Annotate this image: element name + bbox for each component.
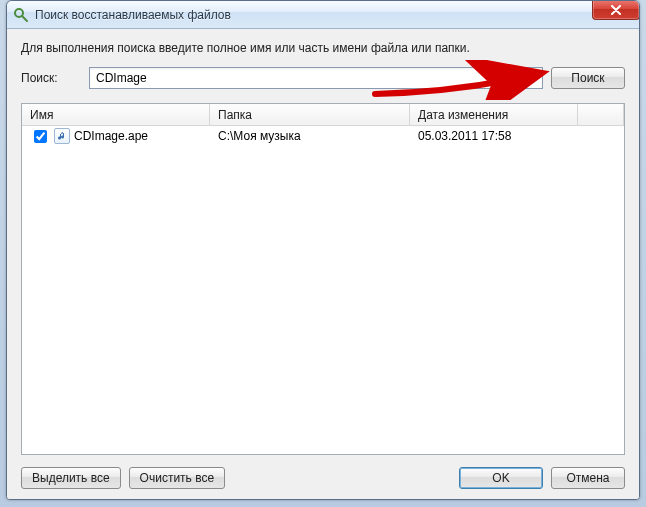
audio-file-icon: [54, 128, 70, 144]
search-input[interactable]: [89, 67, 543, 89]
dialog-client-area: Для выполнения поиска введите полное имя…: [7, 29, 639, 499]
row-checkbox[interactable]: [34, 130, 47, 143]
app-icon: [13, 7, 29, 23]
column-header-date[interactable]: Дата изменения: [410, 104, 578, 125]
column-header-spacer: [578, 104, 624, 125]
select-all-button[interactable]: Выделить все: [21, 467, 121, 489]
close-button[interactable]: [592, 0, 640, 20]
table-row[interactable]: CDImage.ape C:\Моя музыка 05.03.2011 17:…: [22, 126, 624, 146]
search-button[interactable]: Поиск: [551, 67, 625, 89]
column-header-folder[interactable]: Папка: [210, 104, 410, 125]
results-list: Имя Папка Дата изменения CDImage.ape: [21, 103, 625, 455]
window-title: Поиск восстанавливаемых файлов: [35, 8, 231, 22]
dialog-window: Поиск восстанавливаемых файлов Для выпол…: [6, 0, 640, 500]
cell-date: 05.03.2011 17:58: [410, 129, 578, 143]
search-label: Поиск:: [21, 71, 81, 85]
instruction-text: Для выполнения поиска введите полное имя…: [21, 41, 625, 55]
search-row: Поиск: Поиск: [21, 67, 625, 89]
cell-name: CDImage.ape: [22, 127, 210, 146]
ok-button[interactable]: OK: [459, 467, 543, 489]
column-header-name[interactable]: Имя: [22, 104, 210, 125]
dialog-footer: Выделить все Очистить все OK Отмена: [21, 467, 625, 489]
svg-line-1: [22, 16, 27, 21]
clear-all-button[interactable]: Очистить все: [129, 467, 225, 489]
cancel-button[interactable]: Отмена: [551, 467, 625, 489]
file-name: CDImage.ape: [74, 129, 148, 143]
list-body[interactable]: CDImage.ape C:\Моя музыка 05.03.2011 17:…: [22, 126, 624, 454]
list-header: Имя Папка Дата изменения: [22, 104, 624, 126]
titlebar[interactable]: Поиск восстанавливаемых файлов: [7, 1, 639, 29]
cell-folder: C:\Моя музыка: [210, 129, 410, 143]
